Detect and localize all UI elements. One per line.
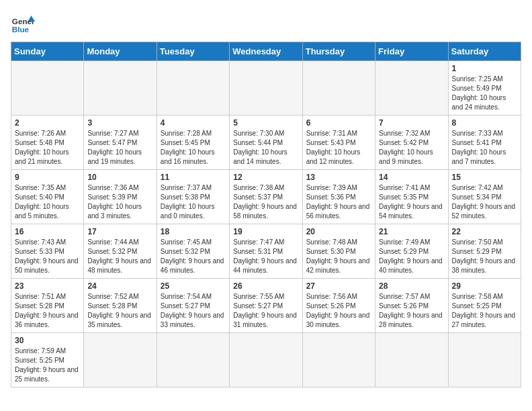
day-info: Sunrise: 7:27 AM Sunset: 5:47 PM Dayligh…	[87, 129, 152, 167]
calendar-cell: 6Sunrise: 7:31 AM Sunset: 5:43 PM Daylig…	[302, 116, 375, 170]
day-info: Sunrise: 7:33 AM Sunset: 5:41 PM Dayligh…	[452, 129, 517, 167]
calendar-cell: 2Sunrise: 7:26 AM Sunset: 5:48 PM Daylig…	[11, 116, 84, 170]
day-info: Sunrise: 7:52 AM Sunset: 5:28 PM Dayligh…	[87, 292, 152, 330]
calendar-cell	[230, 61, 302, 116]
day-number: 19	[233, 227, 298, 236]
calendar-cell: 8Sunrise: 7:33 AM Sunset: 5:41 PM Daylig…	[448, 116, 521, 170]
day-number: 1	[452, 64, 517, 73]
calendar-cell: 13Sunrise: 7:39 AM Sunset: 5:36 PM Dayli…	[302, 170, 375, 224]
day-number: 25	[161, 281, 226, 291]
day-info: Sunrise: 7:45 AM Sunset: 5:32 PM Dayligh…	[161, 238, 226, 275]
weekday-header-sunday: Sunday	[11, 42, 84, 61]
calendar-cell: 29Sunrise: 7:58 AM Sunset: 5:25 PM Dayli…	[448, 279, 521, 333]
calendar-cell	[11, 61, 84, 116]
day-number: 10	[87, 173, 152, 182]
calendar-cell: 3Sunrise: 7:27 AM Sunset: 5:47 PM Daylig…	[84, 116, 157, 170]
day-info: Sunrise: 7:43 AM Sunset: 5:33 PM Dayligh…	[15, 238, 80, 275]
day-number: 29	[452, 281, 517, 291]
day-number: 3	[87, 118, 152, 128]
calendar-cell	[375, 61, 448, 116]
day-info: Sunrise: 7:32 AM Sunset: 5:42 PM Dayligh…	[379, 129, 444, 167]
day-number: 6	[306, 118, 371, 128]
day-info: Sunrise: 7:54 AM Sunset: 5:27 PM Dayligh…	[161, 292, 226, 330]
calendar-cell: 15Sunrise: 7:42 AM Sunset: 5:34 PM Dayli…	[448, 170, 521, 224]
calendar-table: SundayMondayTuesdayWednesdayThursdayFrid…	[11, 42, 521, 387]
weekday-header-thursday: Thursday	[302, 42, 375, 61]
day-number: 7	[379, 118, 444, 128]
calendar-cell: 14Sunrise: 7:41 AM Sunset: 5:35 PM Dayli…	[375, 170, 448, 224]
day-number: 28	[379, 281, 444, 291]
day-number: 27	[306, 281, 371, 291]
day-info: Sunrise: 7:30 AM Sunset: 5:44 PM Dayligh…	[233, 129, 298, 167]
calendar-cell: 16Sunrise: 7:43 AM Sunset: 5:33 PM Dayli…	[11, 224, 84, 279]
calendar-cell	[375, 333, 448, 387]
weekday-header-monday: Monday	[84, 42, 157, 61]
calendar-cell: 5Sunrise: 7:30 AM Sunset: 5:44 PM Daylig…	[230, 116, 302, 170]
calendar-cell: 22Sunrise: 7:50 AM Sunset: 5:29 PM Dayli…	[448, 224, 521, 279]
day-info: Sunrise: 7:35 AM Sunset: 5:40 PM Dayligh…	[15, 183, 80, 221]
calendar-cell: 23Sunrise: 7:51 AM Sunset: 5:28 PM Dayli…	[11, 279, 84, 333]
day-info: Sunrise: 7:26 AM Sunset: 5:48 PM Dayligh…	[15, 129, 80, 167]
calendar-cell: 28Sunrise: 7:57 AM Sunset: 5:26 PM Dayli…	[375, 279, 448, 333]
day-info: Sunrise: 7:56 AM Sunset: 5:26 PM Dayligh…	[306, 292, 371, 330]
weekday-header-saturday: Saturday	[448, 42, 521, 61]
day-info: Sunrise: 7:51 AM Sunset: 5:28 PM Dayligh…	[15, 292, 80, 330]
day-number: 20	[306, 227, 371, 236]
day-info: Sunrise: 7:41 AM Sunset: 5:35 PM Dayligh…	[379, 183, 444, 221]
day-number: 16	[15, 227, 80, 236]
calendar-cell: 19Sunrise: 7:47 AM Sunset: 5:31 PM Dayli…	[230, 224, 302, 279]
day-number: 18	[161, 227, 226, 236]
weekday-header-tuesday: Tuesday	[157, 42, 229, 61]
day-info: Sunrise: 7:57 AM Sunset: 5:26 PM Dayligh…	[379, 292, 444, 330]
day-info: Sunrise: 7:39 AM Sunset: 5:36 PM Dayligh…	[306, 183, 371, 221]
day-number: 24	[87, 281, 152, 291]
calendar-cell: 9Sunrise: 7:35 AM Sunset: 5:40 PM Daylig…	[11, 170, 84, 224]
logo-icon: General Blue	[11, 11, 35, 35]
day-number: 30	[15, 336, 80, 345]
day-info: Sunrise: 7:37 AM Sunset: 5:38 PM Dayligh…	[161, 183, 226, 221]
day-info: Sunrise: 7:55 AM Sunset: 5:27 PM Dayligh…	[233, 292, 298, 330]
calendar-cell: 10Sunrise: 7:36 AM Sunset: 5:39 PM Dayli…	[84, 170, 157, 224]
day-info: Sunrise: 7:38 AM Sunset: 5:37 PM Dayligh…	[233, 183, 298, 221]
day-info: Sunrise: 7:59 AM Sunset: 5:25 PM Dayligh…	[15, 347, 80, 384]
day-number: 12	[233, 173, 298, 182]
calendar-cell	[157, 61, 229, 116]
day-info: Sunrise: 7:28 AM Sunset: 5:45 PM Dayligh…	[161, 129, 226, 167]
calendar-cell: 4Sunrise: 7:28 AM Sunset: 5:45 PM Daylig…	[157, 116, 229, 170]
logo: General Blue	[11, 11, 35, 35]
calendar-cell: 7Sunrise: 7:32 AM Sunset: 5:42 PM Daylig…	[375, 116, 448, 170]
day-info: Sunrise: 7:50 AM Sunset: 5:29 PM Dayligh…	[452, 238, 517, 275]
day-number: 15	[452, 173, 517, 182]
day-number: 8	[452, 118, 517, 128]
day-info: Sunrise: 7:36 AM Sunset: 5:39 PM Dayligh…	[87, 183, 152, 221]
calendar-cell: 11Sunrise: 7:37 AM Sunset: 5:38 PM Dayli…	[157, 170, 229, 224]
calendar-cell: 18Sunrise: 7:45 AM Sunset: 5:32 PM Dayli…	[157, 224, 229, 279]
weekday-header-wednesday: Wednesday	[230, 42, 302, 61]
day-number: 13	[306, 173, 371, 182]
calendar-cell: 30Sunrise: 7:59 AM Sunset: 5:25 PM Dayli…	[11, 333, 84, 387]
day-number: 22	[452, 227, 517, 236]
calendar-cell	[302, 333, 375, 387]
day-info: Sunrise: 7:47 AM Sunset: 5:31 PM Dayligh…	[233, 238, 298, 275]
day-number: 21	[379, 227, 444, 236]
day-number: 4	[161, 118, 226, 128]
day-info: Sunrise: 7:48 AM Sunset: 5:30 PM Dayligh…	[306, 238, 371, 275]
day-number: 11	[161, 173, 226, 182]
day-number: 26	[233, 281, 298, 291]
day-number: 5	[233, 118, 298, 128]
calendar-cell: 26Sunrise: 7:55 AM Sunset: 5:27 PM Dayli…	[230, 279, 302, 333]
calendar-cell	[448, 333, 521, 387]
day-info: Sunrise: 7:44 AM Sunset: 5:32 PM Dayligh…	[87, 238, 152, 275]
calendar-cell	[157, 333, 229, 387]
calendar-cell	[84, 333, 157, 387]
svg-text:Blue: Blue	[12, 25, 30, 34]
day-info: Sunrise: 7:25 AM Sunset: 5:49 PM Dayligh…	[452, 75, 517, 112]
page-header: General Blue	[11, 11, 521, 35]
day-number: 14	[379, 173, 444, 182]
calendar-cell: 21Sunrise: 7:49 AM Sunset: 5:29 PM Dayli…	[375, 224, 448, 279]
calendar-cell: 20Sunrise: 7:48 AM Sunset: 5:30 PM Dayli…	[302, 224, 375, 279]
calendar-cell: 24Sunrise: 7:52 AM Sunset: 5:28 PM Dayli…	[84, 279, 157, 333]
day-number: 2	[15, 118, 80, 128]
day-number: 17	[87, 227, 152, 236]
calendar-cell: 1Sunrise: 7:25 AM Sunset: 5:49 PM Daylig…	[448, 61, 521, 116]
